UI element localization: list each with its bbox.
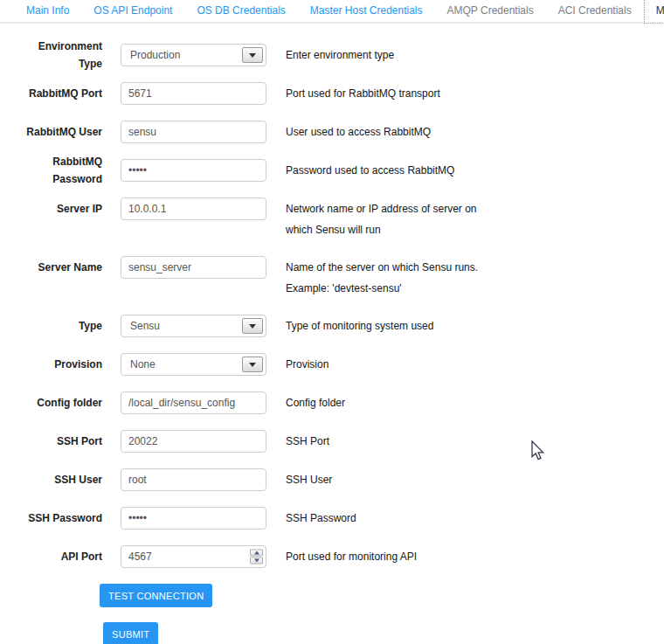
server-name-input[interactable] bbox=[121, 256, 266, 279]
api-port-input[interactable] bbox=[121, 545, 266, 568]
form-row-rabbitmq-user: RabbitMQ User User used to access Rabbit… bbox=[13, 121, 664, 143]
form-row-rabbitmq-port: RabbitMQ Port Port used for RabbitMQ tra… bbox=[13, 82, 664, 105]
form-row-rabbitmq-password: RabbitMQ Password Password used to acces… bbox=[13, 159, 664, 182]
field-help-text: Config folder bbox=[286, 391, 481, 413]
form-row-server-name: Server Name Name of the server on which … bbox=[13, 256, 664, 299]
tab-monitoring[interactable]: Monitoring bbox=[644, 0, 664, 24]
tab-label: Master Host Credentials bbox=[310, 4, 423, 17]
field-help-text: Port used for monitoring API bbox=[286, 545, 481, 567]
tab-os-api-endpoint[interactable]: OS API Endpoint bbox=[81, 0, 184, 22]
type-select[interactable]: Sensu bbox=[121, 315, 266, 337]
field-label: Server Name bbox=[13, 256, 102, 279]
field-help-text: Type of monitoring system used bbox=[286, 315, 481, 336]
field-control bbox=[121, 256, 266, 279]
form-row-ssh-password: SSH Password SSH Password bbox=[13, 507, 664, 530]
submit-button[interactable]: SUBMIT bbox=[103, 622, 158, 644]
tab-aci-credentials[interactable]: ACI Credentials bbox=[546, 0, 644, 22]
tab-label: OS API Endpoint bbox=[93, 4, 172, 17]
field-control: Production bbox=[121, 44, 266, 66]
field-control bbox=[121, 159, 266, 182]
field-control: None bbox=[121, 353, 266, 376]
chevron-down-icon[interactable] bbox=[242, 318, 263, 334]
field-help-text: Password used to access RabbitMQ bbox=[286, 159, 481, 181]
field-help-text: SSH Port bbox=[286, 430, 481, 452]
field-control bbox=[121, 468, 266, 491]
field-label: SSH Port bbox=[13, 430, 102, 453]
tab-label: OS DB Credentials bbox=[197, 4, 285, 17]
ssh-password-input[interactable] bbox=[121, 507, 266, 530]
field-control bbox=[121, 430, 266, 453]
chevron-down-icon[interactable] bbox=[242, 357, 263, 372]
stepper-up-icon[interactable] bbox=[250, 550, 263, 557]
tab-bar: Main InfoOS API EndpointOS DB Credential… bbox=[0, 0, 664, 24]
tab-label: Monitoring bbox=[656, 4, 664, 17]
field-control bbox=[121, 507, 266, 530]
form-row-ssh-port: SSH Port SSH Port bbox=[13, 430, 664, 453]
field-help-text: SSH User bbox=[286, 468, 481, 490]
select-value: None bbox=[130, 358, 156, 370]
field-control: Sensu bbox=[121, 315, 266, 337]
field-label: Config folder bbox=[13, 391, 102, 414]
stepper-down-icon[interactable] bbox=[250, 557, 263, 564]
field-label: API Port bbox=[13, 545, 102, 568]
ssh-port-input[interactable] bbox=[121, 430, 266, 453]
field-control bbox=[121, 197, 266, 220]
provision-select[interactable]: None bbox=[121, 353, 266, 376]
tab-label: Main Info bbox=[26, 4, 69, 17]
monitoring-form: Environment Type Production Enter enviro… bbox=[0, 24, 664, 568]
field-label: RabbitMQ User bbox=[13, 121, 102, 143]
tab-master-host-credentials[interactable]: Master Host Credentials bbox=[298, 0, 435, 22]
field-label: Provision bbox=[13, 353, 102, 376]
form-row-provision: Provision None Provision bbox=[13, 353, 664, 376]
field-label: SSH User bbox=[13, 468, 102, 491]
tab-label: AMQP Credentials bbox=[447, 4, 534, 17]
ssh-user-input[interactable] bbox=[121, 468, 266, 491]
field-control bbox=[121, 391, 266, 414]
number-stepper bbox=[250, 550, 263, 564]
chevron-down-icon[interactable] bbox=[242, 47, 263, 63]
select-value: Production bbox=[130, 49, 180, 61]
rabbitmq-user-input[interactable] bbox=[121, 121, 266, 143]
field-label: RabbitMQ Port bbox=[13, 82, 102, 105]
form-row-environment-type: Environment Type Production Enter enviro… bbox=[13, 44, 664, 66]
monitoring-settings-page: Main InfoOS API EndpointOS DB Credential… bbox=[0, 0, 664, 644]
form-row-server-ip: Server IP Network name or IP address of … bbox=[13, 197, 664, 240]
field-help-text: User used to access RabbitMQ bbox=[286, 121, 481, 142]
form-row-ssh-user: SSH User SSH User bbox=[13, 468, 664, 491]
field-help-text: Port used for RabbitMQ transport bbox=[286, 82, 481, 104]
field-label: Server IP bbox=[13, 197, 102, 220]
form-row-config-folder: Config folder Config folder bbox=[13, 391, 664, 414]
field-control bbox=[121, 121, 266, 143]
field-control bbox=[121, 545, 266, 568]
form-row-type: Type Sensu Type of monitoring system use… bbox=[13, 315, 664, 337]
test-connection-button[interactable]: TEST CONNECTION bbox=[100, 584, 212, 607]
tab-amqp-credentials[interactable]: AMQP Credentials bbox=[435, 0, 546, 22]
rabbitmq-port-input[interactable] bbox=[121, 82, 266, 105]
field-label: SSH Password bbox=[13, 507, 102, 530]
field-label: RabbitMQ Password bbox=[13, 159, 102, 182]
field-help-text: Name of the server on which Sensu runs. … bbox=[286, 256, 481, 299]
field-help-text: Network name or IP address of server on … bbox=[286, 197, 481, 240]
tab-main-info[interactable]: Main Info bbox=[14, 0, 81, 22]
environment-type-select[interactable]: Production bbox=[121, 44, 266, 66]
tab-label: ACI Credentials bbox=[558, 4, 632, 17]
tab-os-db-credentials[interactable]: OS DB Credentials bbox=[184, 0, 297, 22]
server-ip-input[interactable] bbox=[121, 197, 266, 220]
field-label: Type bbox=[13, 315, 102, 337]
select-value: Sensu bbox=[130, 320, 160, 332]
field-control bbox=[121, 82, 266, 105]
field-help-text: Enter environment type bbox=[286, 44, 481, 66]
field-help-text: Provision bbox=[286, 353, 481, 375]
config-folder-input[interactable] bbox=[121, 391, 266, 414]
form-row-api-port: API Port Port used for monitoring API bbox=[13, 545, 664, 568]
rabbitmq-password-input[interactable] bbox=[121, 159, 266, 182]
field-help-text: SSH Password bbox=[286, 507, 481, 529]
field-label: Environment Type bbox=[13, 44, 102, 66]
